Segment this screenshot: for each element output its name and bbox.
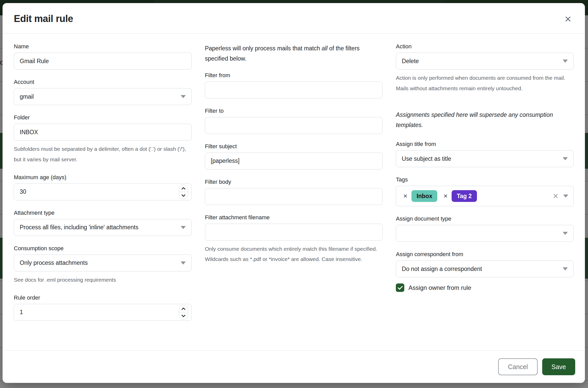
- rule-order-stepper[interactable]: [179, 305, 188, 320]
- dialog-header: Edit mail rule ✕: [3, 3, 585, 33]
- rule-order-field: Rule order: [14, 294, 192, 321]
- filter-body-field: Filter body: [205, 179, 383, 205]
- assign-title-from-select-value: Use subject as title: [402, 155, 451, 162]
- assign-correspondent-from-select-value: Do not assign a correspondent: [402, 266, 482, 272]
- max-age-field: Maximum age (days): [14, 174, 192, 200]
- tag-pill-inbox: Inbox: [411, 190, 437, 202]
- filter-subject-field: Filter subject: [205, 143, 383, 169]
- stepper-up-icon[interactable]: [179, 305, 188, 313]
- cancel-button[interactable]: Cancel: [498, 358, 538, 375]
- dialog-footer: Cancel Save: [3, 350, 585, 383]
- assign-document-type-field: Assign document type: [396, 215, 574, 242]
- chevron-down-icon: [181, 226, 186, 229]
- name-input[interactable]: [14, 53, 192, 70]
- max-age-label: Maximum age (days): [14, 174, 192, 181]
- tags-label: Tags: [396, 176, 574, 183]
- action-help-text: Action is only performed when documents …: [396, 73, 574, 94]
- action-select-value: Delete: [402, 58, 419, 65]
- stepper-down-icon[interactable]: [179, 192, 188, 199]
- action-field: Action Delete Action is only performed w…: [396, 43, 574, 94]
- filter-attachment-filename-help-text: Only consume documents which entirely ma…: [205, 244, 383, 265]
- filter-to-field: Filter to: [205, 108, 383, 134]
- checkmark-icon: [398, 286, 403, 290]
- assign-document-type-label: Assign document type: [396, 215, 574, 222]
- tags-multiselect[interactable]: × Inbox × Tag 2 ✕: [396, 186, 574, 206]
- max-age-stepper[interactable]: [179, 185, 188, 199]
- edit-mail-rule-dialog: Edit mail rule ✕ Name Account gmail Fold…: [3, 3, 585, 383]
- save-button[interactable]: Save: [542, 358, 575, 375]
- chevron-down-icon: [181, 95, 186, 98]
- stepper-down-icon[interactable]: [179, 312, 188, 319]
- chevron-down-icon: [563, 232, 568, 235]
- chevron-down-icon[interactable]: [563, 195, 568, 198]
- consumption-scope-select[interactable]: Only process attachments: [14, 255, 192, 271]
- folder-field: Folder Subfolders must be separated by a…: [14, 114, 192, 165]
- attachment-type-field: Attachment type Process all files, inclu…: [14, 210, 192, 236]
- name-label: Name: [14, 43, 192, 50]
- dialog-title: Edit mail rule: [14, 13, 73, 24]
- chevron-down-icon: [563, 60, 568, 63]
- filter-body-label: Filter body: [205, 179, 383, 185]
- filter-from-field: Filter from: [205, 72, 383, 98]
- account-field: Account gmail: [14, 79, 192, 105]
- attachment-type-select[interactable]: Process all files, including 'inline' at…: [14, 219, 192, 236]
- name-field: Name: [14, 43, 192, 70]
- filter-to-label: Filter to: [205, 108, 383, 114]
- filters-intro-text: Paperless will only process mails that m…: [205, 43, 383, 64]
- tags-field: Tags × Inbox × Tag 2 ✕: [396, 176, 574, 206]
- consumption-scope-label: Consumption scope: [14, 245, 192, 252]
- filter-attachment-filename-input[interactable]: [205, 224, 383, 241]
- filter-attachment-filename-label: Filter attachment filename: [205, 214, 383, 221]
- tag-remove-icon[interactable]: ×: [441, 192, 450, 200]
- assign-correspondent-from-field: Assign correspondent from Do not assign …: [396, 251, 574, 277]
- attachment-type-label: Attachment type: [14, 210, 192, 216]
- assign-title-from-field: Assign title from Use subject as title: [396, 141, 574, 167]
- account-label: Account: [14, 79, 192, 85]
- consumption-scope-select-value: Only process attachments: [20, 259, 88, 266]
- assign-correspondent-from-label: Assign correspondent from: [396, 251, 574, 258]
- assign-title-from-select[interactable]: Use subject as title: [396, 150, 574, 167]
- column-rule-settings: Name Account gmail Folder Subfolders mus…: [14, 43, 192, 350]
- filter-subject-label: Filter subject: [205, 143, 383, 150]
- assign-title-from-label: Assign title from: [396, 141, 574, 147]
- chevron-down-icon: [563, 267, 568, 270]
- filter-attachment-filename-field: Filter attachment filename Only consume …: [205, 214, 383, 265]
- assign-owner-checkbox[interactable]: [396, 283, 404, 292]
- tag-remove-icon[interactable]: ×: [401, 192, 409, 200]
- folder-help-text: Subfolders must be separated by a delimi…: [14, 144, 192, 165]
- account-select[interactable]: gmail: [14, 88, 192, 105]
- stepper-up-icon[interactable]: [179, 185, 188, 192]
- dialog-body: Name Account gmail Folder Subfolders mus…: [3, 33, 585, 350]
- assign-owner-row: Assign owner from rule: [396, 283, 574, 292]
- consumption-scope-help-text: See docs for .eml processing requirement…: [14, 275, 192, 285]
- folder-label: Folder: [14, 114, 192, 121]
- filter-to-input[interactable]: [205, 117, 383, 134]
- chevron-down-icon: [563, 157, 568, 160]
- chevron-down-icon: [181, 261, 186, 265]
- action-label: Action: [396, 43, 574, 50]
- filter-from-label: Filter from: [205, 72, 383, 79]
- column-filters: Paperless will only process mails that m…: [205, 43, 383, 350]
- tags-clear-icon[interactable]: ✕: [550, 192, 561, 200]
- filter-from-input[interactable]: [205, 82, 383, 98]
- filters-intro-emphasis: all: [322, 45, 328, 52]
- tag-pill-tag2: Tag 2: [452, 190, 477, 202]
- rule-order-input[interactable]: [14, 304, 192, 321]
- folder-input[interactable]: [14, 124, 192, 141]
- assign-owner-label: Assign owner from rule: [408, 284, 471, 291]
- assign-document-type-select[interactable]: [396, 225, 574, 242]
- attachment-type-select-value: Process all files, including 'inline' at…: [20, 224, 138, 231]
- assignments-note-text: Assignments specified here will supersed…: [396, 110, 574, 130]
- account-select-value: gmail: [20, 93, 34, 100]
- action-select[interactable]: Delete: [396, 53, 574, 70]
- max-age-input[interactable]: [14, 184, 192, 200]
- consumption-scope-field: Consumption scope Only process attachmen…: [14, 245, 192, 285]
- column-action-assignments: Action Delete Action is only performed w…: [396, 43, 574, 350]
- rule-order-label: Rule order: [14, 294, 192, 301]
- assign-correspondent-from-select[interactable]: Do not assign a correspondent: [396, 260, 574, 277]
- close-icon[interactable]: ✕: [562, 13, 574, 25]
- filter-subject-input[interactable]: [205, 153, 383, 169]
- filter-body-input[interactable]: [205, 188, 383, 205]
